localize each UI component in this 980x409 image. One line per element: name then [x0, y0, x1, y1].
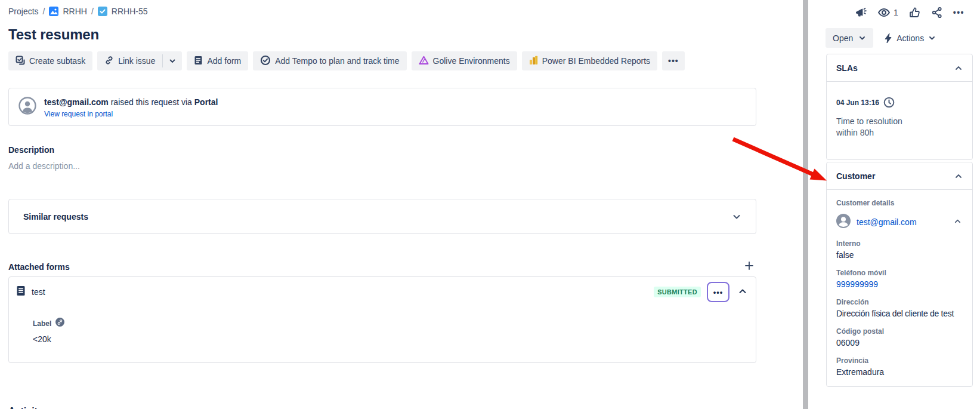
add-attached-form-button[interactable] [742, 260, 756, 273]
thumbs-up-icon [908, 7, 921, 19]
customer-field-telefono: Teléfono móvil 999999999 [836, 269, 963, 289]
feedback-button[interactable] [854, 5, 868, 20]
customer-field-label: Dirección [836, 298, 963, 306]
breadcrumb-issue-key[interactable]: RRHH-55 [112, 7, 148, 16]
chevron-down-icon [732, 212, 741, 222]
chevron-up-icon [738, 287, 747, 296]
subtask-icon [16, 56, 25, 67]
form-icon [194, 56, 203, 67]
status-actions-row: Open Actions [826, 28, 936, 48]
chevron-up-icon [954, 64, 963, 72]
link-issue-dropdown-button[interactable] [163, 51, 182, 70]
add-form-label: Add form [207, 56, 241, 66]
slas-panel-header[interactable]: SLAs [827, 54, 972, 82]
watchers-count: 1 [894, 8, 898, 17]
form-name: test [32, 287, 45, 297]
create-subtask-button[interactable]: Create subtask [8, 51, 92, 70]
form-more-button[interactable]: ••• [707, 282, 729, 302]
golive-triangle-icon [419, 56, 429, 67]
scrollbar-thumb[interactable] [803, 0, 808, 409]
customer-field-codigo-postal: Código postal 06009 [836, 327, 963, 348]
customer-avatar [836, 214, 851, 230]
sla-goal: Time to resolution within 80h [836, 116, 963, 139]
customer-email-row: test@gmail.com [836, 214, 963, 230]
customer-email-collapse-button[interactable] [953, 216, 963, 228]
chevron-up-icon [954, 217, 962, 225]
breadcrumb-projects[interactable]: Projects [8, 7, 39, 16]
attached-form-card: test SUBMITTED ••• Label <20k [8, 276, 756, 363]
customer-field-value: 06009 [836, 338, 963, 348]
activity-section-title: Activity [8, 406, 43, 409]
issue-view-page: Projects / RRHH / RRHH-55 Test resumen C… [0, 0, 980, 409]
reporter-email: test@gmail.com [44, 97, 109, 107]
chevron-down-icon [928, 34, 936, 42]
toolbar-more-button[interactable]: ••• [662, 51, 685, 70]
breadcrumb-separator: / [91, 7, 94, 16]
slas-panel-body: 04 Jun 13:16 Time to resolution within 8… [827, 82, 972, 147]
powerbi-label: Power BI Embedded Reports [542, 56, 650, 66]
linked-field-icon [55, 318, 64, 329]
customer-panel-title: Customer [836, 171, 875, 181]
customer-details-label: Customer details [836, 199, 963, 207]
customer-field-value: Extremadura [836, 367, 963, 377]
actions-dropdown-button[interactable]: Actions [884, 28, 936, 48]
customer-field-label: Código postal [836, 327, 963, 336]
status-dropdown-button[interactable]: Open [826, 28, 873, 48]
share-icon [931, 7, 943, 19]
customer-field-provincia: Provincia Extremadura [836, 356, 963, 377]
issue-type-icon [98, 7, 107, 16]
customer-email-link[interactable]: test@gmail.com [857, 217, 917, 227]
add-form-button[interactable]: Add form [187, 51, 248, 70]
customer-field-value: Dirección física del cliente de test [836, 309, 963, 318]
link-issue-label: Link issue [118, 56, 155, 66]
reporter-avatar [18, 97, 36, 117]
chevron-down-icon [858, 34, 866, 42]
chevron-up-icon [954, 172, 963, 180]
plus-icon [744, 261, 754, 270]
tempo-button[interactable]: Add Tempo to plan and track time [253, 51, 406, 70]
attached-forms-header: Attached forms [8, 260, 756, 273]
form-field-label: Label [33, 319, 51, 328]
powerbi-button[interactable]: Power BI Embedded Reports [522, 51, 657, 70]
breadcrumb: Projects / RRHH / RRHH-55 [8, 7, 148, 16]
sla-goal-line2: within 80h [836, 127, 963, 139]
status-label: Open [833, 33, 853, 43]
tempo-clock-icon [260, 55, 271, 67]
request-banner: test@gmail.com raised this request via P… [8, 88, 756, 126]
create-subtask-label: Create subtask [29, 56, 85, 66]
view-request-in-portal-link[interactable]: View request in portal [44, 110, 218, 118]
actions-label: Actions [896, 33, 924, 43]
similar-requests-panel[interactable]: Similar requests [8, 199, 756, 234]
breadcrumb-separator: / [43, 7, 45, 16]
form-collapse-button[interactable] [735, 284, 750, 300]
slas-panel-title: SLAs [836, 63, 858, 73]
powerbi-chart-icon [529, 56, 538, 67]
sla-due-date: 04 Jun 13:16 [836, 99, 879, 107]
attached-form-card-header: test SUBMITTED ••• [9, 277, 756, 305]
customer-field-value-link[interactable]: 999999999 [836, 279, 963, 289]
form-body: Label <20k [9, 305, 756, 344]
lightning-icon [884, 33, 892, 44]
customer-panel-body: Customer details test@gmail.com Interno … [827, 190, 972, 386]
form-status-badge: SUBMITTED [654, 287, 701, 297]
share-button[interactable] [930, 5, 944, 20]
description-placeholder[interactable]: Add a description... [8, 161, 80, 171]
customer-field-label: Interno [836, 239, 963, 248]
project-avatar-icon [49, 7, 58, 16]
customer-field-direccion: Dirección Dirección física del cliente d… [836, 298, 963, 318]
request-channel: Portal [194, 97, 218, 107]
golive-label: Golive Environments [433, 56, 510, 66]
issue-toolbar: Create subtask Link issue Add form [8, 51, 685, 70]
link-issue-split-button: Link issue [97, 51, 182, 70]
sla-due-row: 04 Jun 13:16 [836, 97, 963, 108]
breadcrumb-project[interactable]: RRHH [63, 7, 86, 16]
description-label: Description [8, 145, 54, 155]
customer-panel-header[interactable]: Customer [827, 162, 972, 190]
link-issue-button[interactable]: Link issue [97, 51, 162, 70]
watch-button[interactable]: 1 [876, 5, 899, 20]
chevron-down-icon [169, 57, 176, 64]
golive-button[interactable]: Golive Environments [412, 51, 517, 70]
header-more-button[interactable]: ••• [952, 7, 966, 19]
vote-button[interactable] [907, 5, 922, 20]
attached-forms-title: Attached forms [8, 262, 70, 272]
